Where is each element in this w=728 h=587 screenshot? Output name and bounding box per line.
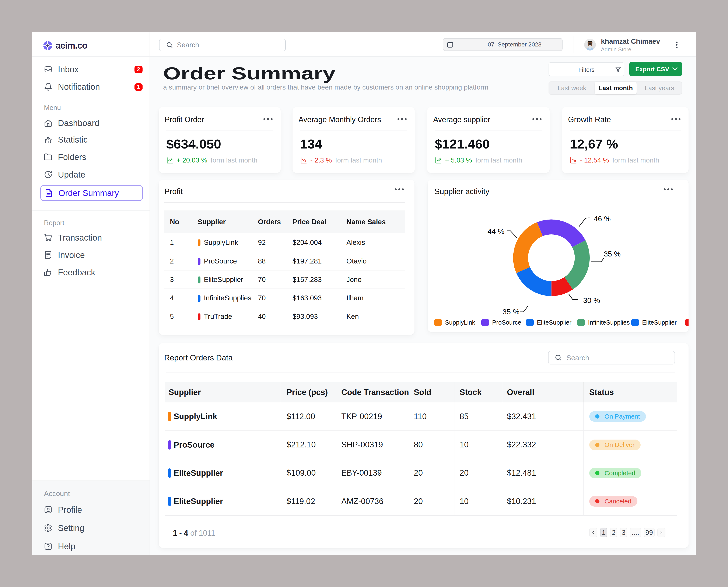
svg-text:46 %: 46 % [594,214,611,223]
svg-text:30 %: 30 % [583,296,600,304]
svg-text:35 %: 35 % [502,308,519,316]
svg-text:35 %: 35 % [604,250,621,258]
svg-text:44 %: 44 % [488,227,504,235]
